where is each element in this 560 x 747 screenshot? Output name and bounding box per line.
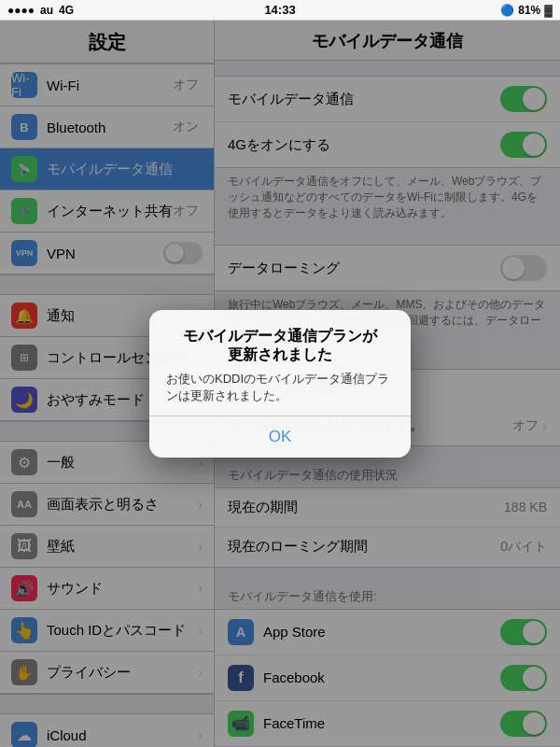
status-time: 14:33 (264, 3, 295, 17)
modal-overlay: モバイルデータ通信プランが更新されました お使いのKDDIのモバイルデータ通信プ… (0, 21, 560, 747)
modal-title: モバイルデータ通信プランが更新されました (166, 327, 394, 366)
signal-icon: ●●●● (7, 4, 35, 17)
battery-icon: ▓ (544, 4, 553, 17)
modal-dialog: モバイルデータ通信プランが更新されました お使いのKDDIのモバイルデータ通信プ… (149, 310, 411, 458)
modal-ok-button[interactable]: OK (149, 416, 411, 458)
bluetooth-icon: 🔵 (500, 4, 514, 17)
status-right: 🔵 81% ▓ (500, 4, 553, 17)
modal-content: モバイルデータ通信プランが更新されました お使いのKDDIのモバイルデータ通信プ… (149, 310, 411, 416)
battery-level: 81% (518, 4, 540, 17)
carrier: au (40, 4, 53, 17)
modal-body: お使いのKDDIのモバイルデータ通信プランは更新されました。 (166, 371, 394, 404)
network-type: 4G (59, 4, 74, 17)
status-left: ●●●● au 4G (7, 4, 74, 17)
status-bar: ●●●● au 4G 14:33 🔵 81% ▓ (0, 0, 560, 21)
